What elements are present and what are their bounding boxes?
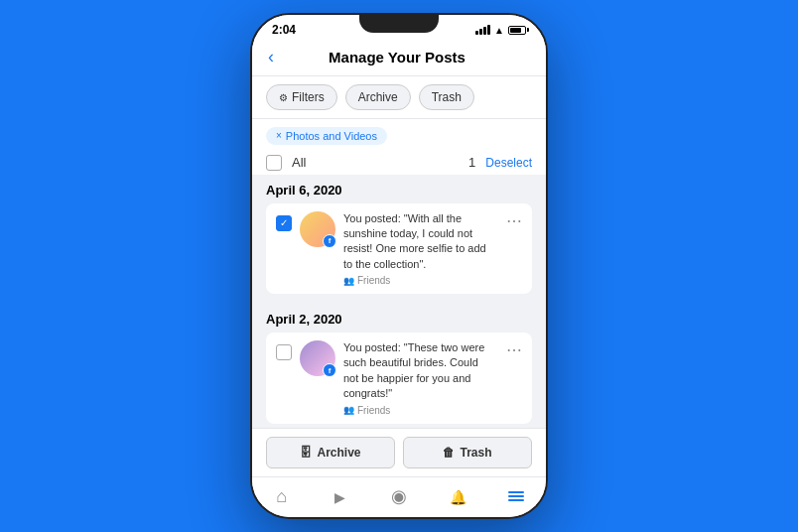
post2-content: You posted: "These two were such beautif…	[343, 340, 494, 416]
fb-badge: f	[323, 234, 336, 248]
notch	[359, 15, 439, 33]
select-all-checkbox[interactable]	[266, 155, 282, 171]
video-icon	[334, 486, 345, 507]
post1-more-button[interactable]: ⋯	[502, 211, 522, 230]
phone-frame: 2:04 ▲ ‹ Manage Your Posts ⚙ Filters Arc…	[250, 13, 548, 519]
tab-bar: ⚙ Filters Archive Trash	[252, 76, 546, 119]
tab-archive[interactable]: Archive	[345, 84, 411, 110]
back-button[interactable]: ‹	[268, 47, 282, 67]
privacy-label: Friends	[357, 275, 390, 286]
filter-tag-photos-videos[interactable]: × Photos and Videos	[266, 127, 387, 145]
post1-text: You posted: "With all the sunshine today…	[343, 211, 494, 273]
menu-icon	[508, 491, 524, 501]
date-group-april2: April 2, 2020 f You posted: "These two w…	[252, 304, 546, 428]
post1-privacy: 👥 Friends	[343, 275, 494, 286]
post2-text: You posted: "These two were such beautif…	[343, 340, 494, 402]
post1-avatar-wrap: f	[300, 211, 335, 247]
post2-checkbox-box[interactable]	[276, 344, 292, 360]
date-group-april6: April 6, 2020 f You posted: "With all th…	[252, 175, 546, 305]
nav-menu[interactable]	[487, 485, 546, 507]
post2-more-button[interactable]: ⋯	[502, 340, 522, 359]
bell-icon	[450, 486, 466, 507]
archive-button[interactable]: 🗄 Archive	[266, 437, 395, 468]
select-all-row: All 1 Deselect	[252, 151, 546, 175]
post1-checkbox-box[interactable]	[276, 215, 292, 231]
home-icon	[276, 486, 287, 507]
action-bar: 🗄 Archive 🗑 Trash	[252, 428, 546, 476]
date-label-april6: April 6, 2020	[266, 183, 532, 198]
privacy-label: Friends	[357, 405, 390, 416]
status-time: 2:04	[272, 23, 296, 37]
post2-privacy: 👥 Friends	[343, 405, 494, 416]
filter-icon: ⚙	[279, 92, 288, 103]
date-label-april2: April 2, 2020	[266, 312, 532, 327]
signal-icon	[475, 25, 490, 35]
nav-video[interactable]	[311, 485, 369, 507]
fb-badge: f	[323, 363, 336, 377]
post-item: f You posted: "These two were such beaut…	[266, 332, 532, 424]
nav-notifications[interactable]	[429, 485, 487, 507]
post-item: f You posted: "With all the sunshine tod…	[266, 203, 532, 295]
archive-icon: 🗄	[300, 446, 312, 460]
post2-avatar-wrap: f	[300, 340, 335, 376]
trash-label: Trash	[460, 446, 491, 460]
privacy-icon: 👥	[343, 405, 354, 415]
bottom-nav	[252, 476, 546, 517]
deselect-button[interactable]: Deselect	[485, 156, 532, 170]
battery-icon	[508, 26, 526, 35]
post2-checkbox[interactable]	[276, 344, 292, 360]
trash-button[interactable]: 🗑 Trash	[403, 437, 532, 468]
post1-checkbox[interactable]	[276, 215, 292, 231]
page-title: Manage Your Posts	[282, 49, 512, 66]
profile-icon	[391, 485, 407, 507]
status-icons: ▲	[475, 25, 526, 36]
trash-icon: 🗑	[443, 446, 455, 460]
selected-count: 1	[468, 155, 475, 170]
post1-content: You posted: "With all the sunshine today…	[343, 211, 494, 287]
filter-tag-label: Photos and Videos	[286, 130, 377, 142]
tab-trash[interactable]: Trash	[419, 84, 474, 110]
select-all-label: All	[292, 155, 459, 170]
nav-home[interactable]	[252, 485, 311, 507]
privacy-icon: 👥	[343, 276, 354, 286]
remove-filter-icon: ×	[276, 130, 282, 141]
nav-profile[interactable]	[369, 485, 428, 507]
wifi-icon: ▲	[494, 25, 504, 36]
tab-filters[interactable]: ⚙ Filters	[266, 84, 337, 110]
scroll-content: April 6, 2020 f You posted: "With all th…	[252, 175, 546, 429]
filter-tags: × Photos and Videos	[252, 119, 546, 151]
header: ‹ Manage Your Posts	[252, 41, 546, 76]
archive-label: Archive	[317, 446, 360, 460]
